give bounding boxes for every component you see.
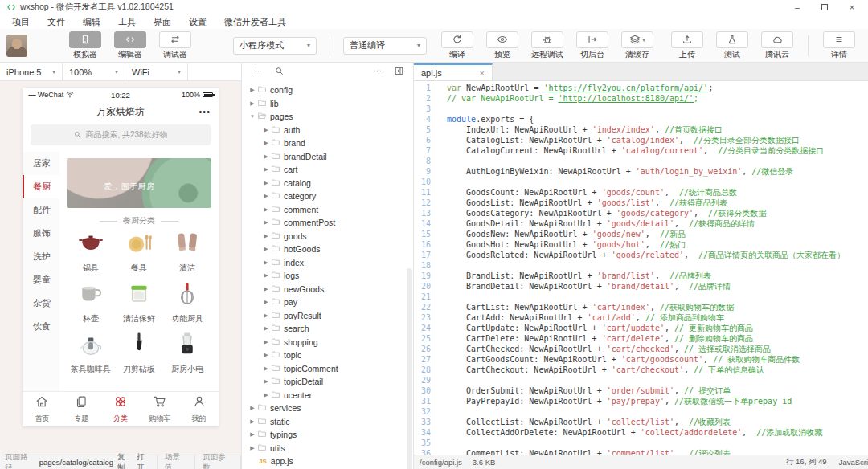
maximize-button[interactable] [820,2,829,12]
tree-item-comment[interactable]: ▶comment [242,203,413,217]
tree-item-services[interactable]: ▶services [242,402,413,415]
category-item-杂货[interactable]: 杂货 [23,292,59,315]
language-mode[interactable]: JavaScript [839,458,868,467]
category-item-配件[interactable]: 配件 [23,198,59,222]
product-item-茶具咖啡具[interactable]: 茶具咖啡具 [67,330,115,375]
编辑器-button[interactable]: 编辑器 [114,31,146,60]
phone-tab-分类[interactable]: 分类 [101,392,141,426]
category-item-饮食[interactable]: 饮食 [23,315,59,338]
page-params-button[interactable]: 页面参数 [195,455,241,469]
phone-tab-购物车[interactable]: 购物车 [140,392,179,426]
编译-button[interactable]: 编译 [441,31,473,60]
folder-icon [270,364,284,373]
tree-item-pay[interactable]: ▶pay [242,296,413,309]
copy-path-button[interactable]: 复制 [117,452,133,469]
menu-item-2[interactable]: 编辑 [74,14,109,29]
tree-item-brandDetail[interactable]: ▶brandDetail [242,150,413,164]
compile-mode-select[interactable]: 普通编译 ▾ [343,37,427,55]
切后台-button[interactable]: 切后台 [576,31,608,60]
tree-item-index[interactable]: ▶index [242,256,413,270]
category-item-婴童[interactable]: 婴童 [23,268,59,292]
tree-item-static[interactable]: ▶static [242,415,413,429]
腾讯云-button[interactable]: 腾讯云 [761,31,793,60]
phone-tab-首页[interactable]: 首页 [23,392,62,426]
tree-item-payResult[interactable]: ▶payResult [242,309,413,323]
menu-item-3[interactable]: 工具 [109,14,145,29]
product-item-刀剪砧板[interactable]: 刀剪砧板 [115,330,163,375]
远程调试-button[interactable]: 远程调试 [531,31,563,60]
tree-item-commentPost[interactable]: ▶commentPost [242,216,413,230]
tree-item-utils[interactable]: ▶utils [242,442,413,455]
tree-item-brand[interactable]: ▶brand [242,137,413,150]
category-item-洗护[interactable]: 洗护 [23,245,59,268]
mode-select[interactable]: 小程序模式 ▾ [233,37,317,55]
product-item-功能厨具[interactable]: 功能厨具 [163,279,211,324]
search-bar[interactable]: 商品搜索, 共238款好物 [31,124,211,145]
device-select[interactable]: iPhone 5▾ [0,63,63,80]
测试-button[interactable]: 测试 [716,31,748,60]
menu-item-1[interactable]: 文件 [39,14,74,29]
menu-item-5[interactable]: 设置 [180,14,215,29]
add-file-icon[interactable] [251,65,261,80]
open-path-button[interactable]: 打开 [137,452,152,469]
category-item-餐厨[interactable]: 餐厨 [23,175,59,198]
tree-item-app.js[interactable]: JSapp.js [242,455,413,468]
tree-item-typings[interactable]: ▶typings [242,428,413,442]
tab-api-js[interactable]: api.js × [414,63,493,80]
tree-item-topicDetail[interactable]: ▶topicDetail [242,375,413,389]
tree-item-lib[interactable]: ▶lib [242,97,413,111]
category-item-服饰[interactable]: 服饰 [23,222,59,245]
promo-banner[interactable]: 爱，囿于厨房 [67,158,211,208]
tree-item-hotGoods[interactable]: ▶hotGoods [242,243,413,256]
tree-item-cart[interactable]: ▶cart [242,163,413,177]
line-number: 28 [414,365,436,375]
product-item-厨房小电[interactable]: 厨房小电 [163,330,211,375]
tree-item-ucenter[interactable]: ▶ucenter [242,389,413,402]
more-options-icon[interactable] [372,65,383,80]
详情-button[interactable]: 详情 [823,31,855,60]
tree-item-category[interactable]: ▶category [242,190,413,203]
scene-value-button[interactable]: 场景值 [158,455,195,469]
category-item-居家[interactable]: 居家 [23,152,59,175]
network-select[interactable]: WiFi▾ [125,63,188,80]
product-item-清洁保鲜[interactable]: 清洁保鲜 [115,279,163,324]
调试器-button[interactable]: 调试器 [159,31,191,60]
cursor-position[interactable]: 行 16, 列 49 [786,457,827,467]
menu-item-4[interactable]: 界面 [145,14,180,29]
清缓存-button[interactable]: ▾清缓存 [621,31,653,60]
close-button[interactable]: × [847,2,857,12]
上传-button[interactable]: 上传 [671,31,703,60]
tree-item-catalog[interactable]: ▶catalog [242,177,413,190]
tree-item-search[interactable]: ▶search [242,322,413,336]
chevron-right-icon: ▶ [262,378,270,385]
模拟器-button[interactable]: 模拟器 [69,31,101,60]
tree-item-auth[interactable]: ▶auth [242,124,413,137]
tree-item-shopping[interactable]: ▶shopping [242,336,413,349]
code-area[interactable]: 1var NewApiRootUrl = 'https://fly2you.cn… [414,81,868,455]
tree-item-logs[interactable]: ▶logs [242,269,413,283]
product-item-餐具[interactable]: 餐具 [115,229,163,274]
menu-item-6[interactable]: 微信开发者工具 [215,14,295,29]
close-tab-icon[interactable]: × [480,68,485,78]
product-item-锅具[interactable]: 锅具 [67,229,115,274]
menu-item-0[interactable]: 项目 [3,14,39,29]
search-files-icon[interactable] [274,65,285,80]
user-avatar[interactable] [6,35,27,57]
collapse-panel-icon[interactable] [394,65,404,80]
tree-item-topicComment[interactable]: ▶topicComment [242,362,413,376]
tree-scrollbar[interactable] [407,268,412,469]
tree-item-pages[interactable]: ▾pages [242,110,413,124]
minimize-button[interactable]: – [792,2,802,12]
预览-button[interactable]: 预览 [486,31,518,60]
tree-item-topic[interactable]: ▶topic [242,349,413,362]
product-item-杯壶[interactable]: 杯壶 [67,279,115,324]
more-menu-icon[interactable]: ••• [199,107,211,116]
compile-select-value: 普通编译 [350,39,385,51]
tree-item-config[interactable]: ▶config [242,84,413,97]
phone-tab-我的[interactable]: 我的 [179,392,219,426]
tree-item-newGoods[interactable]: ▶newGoods [242,283,413,296]
product-item-清洁[interactable]: 清洁 [163,229,211,274]
phone-tab-专题[interactable]: 专题 [62,392,101,426]
zoom-select[interactable]: 100%▾ [63,63,125,80]
tree-item-goods[interactable]: ▶goods [242,230,413,243]
